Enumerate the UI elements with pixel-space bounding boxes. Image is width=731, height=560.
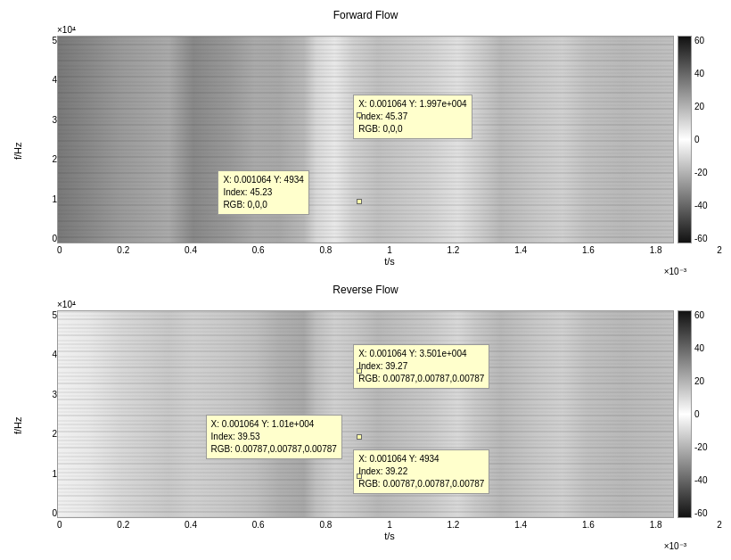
reverse-cb-bar	[678, 310, 692, 518]
reverse-plot-area: 5 4 3 2 1 0 X: 0.001064 Y: 3.501e+004	[29, 310, 722, 518]
reverse-flow-section: Reverse Flow f/Hz ×10⁴ 5 4 3	[9, 284, 722, 551]
reverse-x-label: t/s	[29, 531, 722, 541]
reverse-x-ticks: 0 0.2 0.4 0.6 0.8 1 1.2 1.4 1.6 1.8 2	[57, 520, 722, 530]
forward-marker-2	[357, 199, 362, 204]
reverse-plot-canvas: X: 0.001064 Y: 3.501e+004 Index: 39.27 R…	[57, 310, 674, 518]
reverse-colorbar: 60 40 20 0 -20 -40 -60	[678, 310, 722, 518]
reverse-marker-3	[357, 474, 362, 479]
forward-x-multiplier: ×10⁻³	[29, 267, 722, 276]
reverse-chart-inner: ×10⁴ 5 4 3 2 1 0	[29, 300, 722, 551]
reverse-x-axis: 0 0.2 0.4 0.6 0.8 1 1.2 1.4 1.6 1.8 2	[29, 518, 722, 530]
forward-tooltip-2: X: 0.001064 Y: 4934 Index: 45.23 RGB: 0,…	[218, 170, 308, 215]
forward-flow-body: f/Hz ×10⁴ 5 4 3 2	[9, 25, 722, 276]
forward-cb-labels: 60 40 20 0 -20 -40 -60	[692, 36, 707, 243]
main-container: Forward Flow f/Hz ×10⁴ 5 4	[0, 0, 731, 560]
reverse-marker-1	[357, 368, 362, 374]
forward-tooltip-1: X: 0.001064 Y: 1.997e+004 Index: 45.37 R…	[353, 95, 472, 139]
forward-flow-section: Forward Flow f/Hz ×10⁴ 5 4	[9, 9, 722, 276]
forward-y-label-text: f/Hz	[12, 142, 23, 160]
forward-x-axis: 0 0.2 0.4 0.6 0.8 1 1.2 1.4 1.6 1.8 2	[29, 243, 722, 255]
forward-flow-chart: Forward Flow f/Hz ×10⁴ 5 4	[9, 9, 722, 276]
forward-yticks-plot: 5 4 3 2 1 0 X: 0.001064 Y: 1.997e+004	[29, 36, 674, 243]
reverse-marker-2	[357, 434, 362, 440]
forward-plot-area: 5 4 3 2 1 0 X: 0.001064 Y: 1.997e+004	[29, 36, 722, 243]
forward-colorbar: 60 40 20 0 -20 -40 -60	[678, 36, 722, 243]
forward-y-axis-label: f/Hz	[9, 25, 27, 276]
reverse-flow-title: Reverse Flow	[9, 284, 722, 296]
reverse-tooltip-1: X: 0.001064 Y: 3.501e+004 Index: 39.27 R…	[353, 344, 489, 389]
forward-marker-1	[357, 112, 362, 118]
reverse-y-axis-label: f/Hz	[9, 300, 27, 551]
reverse-y-label-text: f/Hz	[12, 416, 23, 434]
reverse-yticks-plot: 5 4 3 2 1 0 X: 0.001064 Y: 3.501e+004	[29, 310, 674, 518]
reverse-flow-chart: Reverse Flow f/Hz ×10⁴ 5 4 3	[9, 284, 722, 551]
forward-x-label: t/s	[29, 256, 722, 267]
reverse-y-ticks: 5 4 3 2 1 0	[29, 310, 57, 518]
forward-chart-inner: ×10⁴ 5 4 3 2 1 0	[29, 25, 722, 276]
forward-y-multiplier: ×10⁴	[29, 25, 722, 35]
forward-y-ticks: 5 4 3 2 1 0	[29, 36, 57, 243]
reverse-cb-labels: 60 40 20 0 -20 -40 -60	[692, 310, 707, 518]
forward-plot-canvas: X: 0.001064 Y: 1.997e+004 Index: 45.37 R…	[57, 36, 674, 243]
forward-flow-title: Forward Flow	[9, 9, 722, 21]
reverse-tooltip-3: X: 0.001064 Y: 4934 Index: 39.22 RGB: 0.…	[353, 449, 489, 494]
forward-cb-bar	[678, 36, 692, 243]
reverse-tooltip-2: X: 0.001064 Y: 1.01e+004 Index: 39.53 RG…	[206, 415, 342, 459]
reverse-flow-body: f/Hz ×10⁴ 5 4 3 2 1	[9, 300, 722, 551]
reverse-x-multiplier: ×10⁻³	[29, 541, 722, 551]
reverse-y-multiplier: ×10⁴	[29, 300, 722, 309]
forward-x-ticks: 0 0.2 0.4 0.6 0.8 1 1.2 1.4 1.6 1.8 2	[57, 245, 722, 255]
